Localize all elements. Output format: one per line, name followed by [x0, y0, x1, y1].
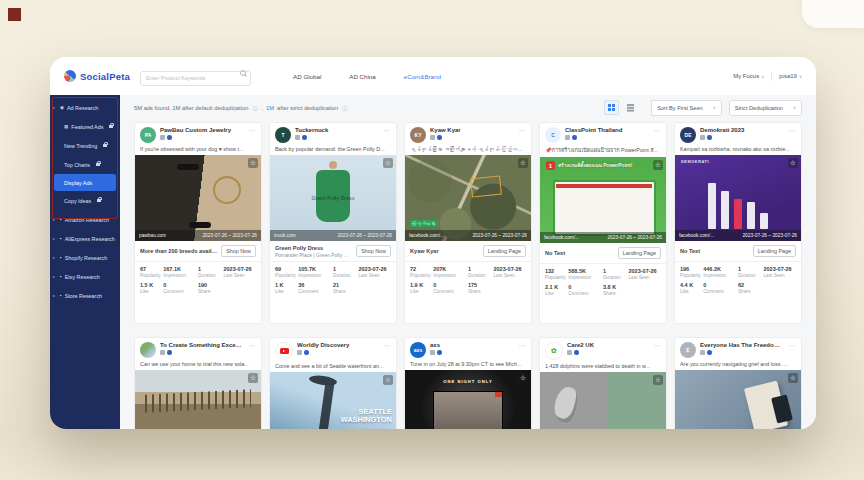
chevron-down-icon: ∨ [713, 105, 716, 110]
more-menu-icon[interactable]: ⋯ [789, 342, 797, 348]
sidebar-item-copy-ideas[interactable]: Copy Ideas [50, 191, 120, 210]
chevron-down-icon: ∨ [761, 74, 764, 79]
favorite-star-button[interactable]: ☆ [518, 158, 528, 168]
more-menu-icon[interactable]: ⋯ [519, 342, 527, 348]
advertiser-name[interactable]: Care2 UK [567, 342, 650, 348]
strict-dedup-count[interactable]: 1M [266, 105, 274, 111]
socialpeta-logo[interactable]: SocialPeta [64, 70, 130, 82]
sort-select[interactable]: Sort By First Seen∨ [651, 100, 721, 116]
advertiser-avatar[interactable]: axs [410, 342, 426, 358]
sidebar-item-store-research[interactable]: ▸▪Store Research [50, 286, 120, 305]
advertiser-name[interactable]: Everyone Has The Freedom To... [700, 342, 785, 348]
deduplication-select[interactable]: Strict Deduplication∨ [729, 100, 802, 116]
ad-card: axs axs ⋯ Tune in on July 28 at 9:30pm C… [404, 337, 532, 429]
cta-button[interactable]: Landing Page [483, 245, 526, 257]
product-search[interactable] [140, 66, 251, 86]
cta-button[interactable]: Landing Page [618, 247, 661, 259]
favorite-star-button[interactable]: ☆ [248, 158, 258, 168]
ad-media[interactable]: DEMOKRATI ☆ facebook.com/... 2023-07-26 … [675, 155, 801, 241]
advertiser-name[interactable]: ClassPoint Thailand [565, 127, 650, 133]
more-menu-icon[interactable]: ⋯ [384, 342, 392, 348]
card-header: ✿ Care2 UK ⋯ [540, 338, 666, 362]
advertiser-avatar[interactable] [140, 342, 156, 358]
ad-media[interactable]: ☆ pawbau.com 2023-07-26 ~ 2023-07-26 [135, 155, 261, 241]
advertiser-avatar[interactable]: DE [680, 127, 696, 143]
sidebar-item-amazon-research[interactable]: ▸▪Amazon Research [50, 210, 120, 229]
ad-media[interactable]: สร้างเกมส์ตั้งคะแนน PowerPoint! 1 ☆ face… [540, 157, 666, 243]
ad-media[interactable]: ONE NIGHT ONLY ☆ [405, 370, 531, 429]
user-menu[interactable]: josa19∨ [779, 73, 802, 79]
sidebar-item-new-trending[interactable]: New Trending [50, 136, 120, 155]
facebook-icon [167, 350, 172, 355]
advertiser-avatar[interactable]: C [545, 127, 561, 143]
cards-scroll-area[interactable]: PA PawBau Custom Jewelry ⋯ If you're obs… [120, 120, 816, 429]
stat-share: 21Share [333, 282, 359, 294]
more-menu-icon[interactable]: ⋯ [654, 127, 662, 133]
favorite-star-button[interactable]: ☆ [788, 373, 798, 383]
nav-ecom-brand[interactable]: eCom&Brand [404, 73, 441, 80]
ad-text: ရန်ကုန်မြို့နား အကြိုက်များမယ့် ရန်ကုန်-… [405, 145, 531, 155]
favorite-star-button[interactable]: ☆ [383, 158, 393, 168]
advertiser-name[interactable]: PawBau Custom Jewelry [160, 127, 245, 133]
advertiser-name[interactable]: Worldly Discovery [297, 342, 380, 348]
advertiser-avatar[interactable] [275, 342, 293, 360]
more-menu-icon[interactable]: ⋯ [384, 127, 392, 133]
ad-media[interactable]: ☆ [135, 370, 261, 429]
lock-icon [97, 199, 101, 202]
more-menu-icon[interactable]: ⋯ [789, 127, 797, 133]
more-menu-icon[interactable]: ⋯ [519, 127, 527, 133]
cta-button[interactable]: Shop Now [221, 245, 256, 257]
my-focus-menu[interactable]: My Focus∨ [733, 73, 764, 79]
favorite-star-button[interactable]: ☆ [383, 375, 393, 385]
list-view-button[interactable] [623, 100, 638, 115]
advertiser-avatar[interactable]: PA [140, 127, 156, 143]
product-row: No Text Landing Page [540, 243, 666, 264]
nav-ad-china[interactable]: AD China [349, 73, 375, 80]
product-title: No Text [545, 250, 614, 256]
sidebar-item-display-ads[interactable]: Display Ads [54, 174, 116, 191]
search-input[interactable] [140, 71, 251, 86]
platform-icons [430, 350, 515, 355]
favorite-star-button[interactable]: ☆ [248, 373, 258, 383]
search-icon[interactable] [240, 70, 246, 76]
advertiser-avatar[interactable]: T [275, 127, 291, 143]
sidebar-item-ad-research[interactable]: ▸◉Ad Research [50, 98, 120, 117]
sidebar-item-etsy-research[interactable]: ▸▪Etsy Research [50, 267, 120, 286]
advertiser-avatar[interactable]: KY [410, 127, 426, 143]
sidebar-item-featured-ads[interactable]: ▦Featured Ads [50, 117, 120, 136]
nav-ad-global[interactable]: AD Global [293, 73, 321, 80]
favorite-star-button[interactable]: ☆ [653, 160, 663, 170]
cta-button[interactable]: Shop Now [356, 245, 391, 257]
sidebar-item-aliexpress-research[interactable]: ▸▪AliExpress Research [50, 229, 120, 248]
favorite-star-button[interactable]: ☆ [788, 158, 798, 168]
advertiser-name[interactable]: Demokrati 2023 [700, 127, 785, 133]
product-title: No Text [680, 248, 749, 254]
cta-button[interactable]: Landing Page [753, 245, 796, 257]
sidebar-item-shopify-research[interactable]: ▸▪Shopify Research [50, 248, 120, 267]
more-menu-icon[interactable]: ⋯ [249, 342, 257, 348]
more-menu-icon[interactable]: ⋯ [654, 342, 662, 348]
card-header: axs axs ⋯ [405, 338, 531, 360]
advertiser-name[interactable]: Tuckernuck [295, 127, 380, 133]
ad-media[interactable]: SEATTLE WASHINGTON ☆ [270, 372, 396, 429]
ad-text: If you're obsessed with your dog ♥ show … [135, 145, 261, 155]
ad-media[interactable]: မြေကွက်နေရာ ☆ facebook.com/... 2023-07-2… [405, 155, 531, 241]
info-icon[interactable]: ⓘ [252, 105, 257, 111]
advertiser-avatar[interactable]: ✿ [545, 342, 563, 360]
advertiser-name[interactable]: axs [430, 342, 515, 348]
grid-view-button[interactable] [604, 100, 619, 115]
favorite-star-button[interactable]: ☆ [518, 373, 528, 383]
ad-media[interactable]: ☆ [540, 372, 666, 429]
sidebar-item-top-charts[interactable]: Top Charts [50, 155, 120, 174]
advertiser-name[interactable]: Kyaw Kyar [430, 127, 515, 133]
stat-like: 1.5 KLike [140, 282, 163, 294]
favorite-star-button[interactable]: ☆ [653, 375, 663, 385]
more-menu-icon[interactable]: ⋯ [249, 127, 257, 133]
info-icon[interactable]: ⓘ [342, 105, 347, 111]
ad-domain: pawbau.com [139, 233, 166, 238]
advertiser-avatar[interactable]: E [680, 342, 696, 358]
ad-media[interactable]: ☆ [675, 370, 801, 429]
ad-media[interactable]: Green Polly Dress ☆ tnuck.com 2023-07-26… [270, 155, 396, 241]
advertiser-name[interactable]: To Create Something Exceptio... [160, 342, 245, 348]
ad-text: 📌การสร้างเกมเปิดแผ่นป้ายจาก PowerPoint ส… [540, 145, 666, 157]
